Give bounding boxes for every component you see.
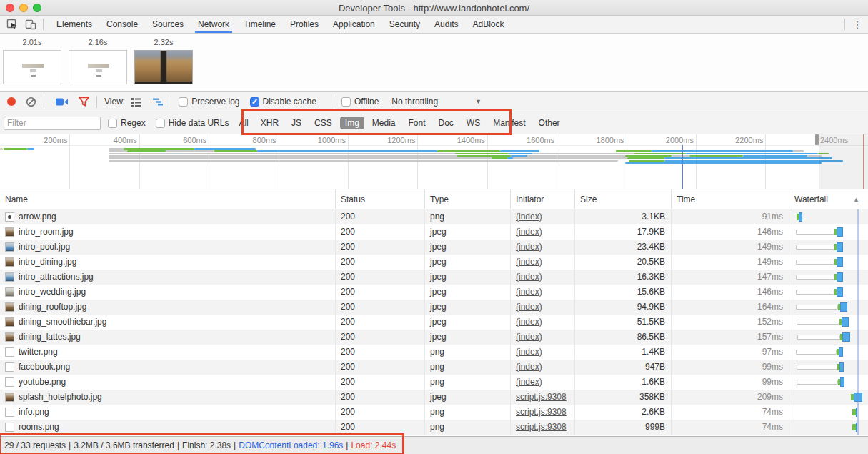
inspect-element-icon[interactable] bbox=[6, 19, 19, 31]
filter-type-ws[interactable]: WS bbox=[462, 117, 485, 129]
request-row[interactable]: intro_pool.jpg200jpeg(index)23.4KB149ms bbox=[0, 240, 868, 255]
kebab-menu-icon[interactable]: ⋮ bbox=[852, 23, 862, 26]
initiator-link[interactable]: (index) bbox=[516, 347, 542, 357]
request-row[interactable]: intro_wedding.jpg200jpeg(index)15.6KB146… bbox=[0, 285, 868, 300]
initiator-link[interactable]: (index) bbox=[516, 257, 542, 267]
filter-type-other[interactable]: Other bbox=[534, 117, 565, 129]
request-row[interactable]: youtube.png200png(index)1.6KB99ms bbox=[0, 375, 868, 390]
initiator-link[interactable]: script.js:9308 bbox=[516, 422, 567, 432]
view-waterfall-icon[interactable] bbox=[152, 97, 164, 107]
request-row[interactable]: dining_smoothiebar.jpg200jpeg(index)51.5… bbox=[0, 315, 868, 330]
overview-waterfall-bar bbox=[214, 150, 257, 152]
offline-checkbox[interactable] bbox=[341, 97, 351, 107]
waterfall-download-bar bbox=[840, 302, 847, 312]
column-header-time[interactable]: Time bbox=[672, 189, 789, 209]
frame-thumbnail[interactable] bbox=[3, 50, 61, 84]
devtools-tab-bar: ElementsConsoleSourcesNetworkTimelinePro… bbox=[0, 16, 868, 34]
filter-type-xhr[interactable]: XHR bbox=[256, 117, 284, 129]
request-row[interactable]: splash_hotelphoto.jpg200jpegscript.js:93… bbox=[0, 390, 868, 405]
network-overview-timeline[interactable]: 200ms400ms600ms800ms1000ms1200ms1400ms16… bbox=[0, 134, 868, 189]
request-row[interactable]: info.png200pngscript.js:93082.6KB74ms bbox=[0, 405, 868, 420]
devtools-menu[interactable]: ⋮ bbox=[844, 19, 862, 30]
column-header-size[interactable]: Size bbox=[575, 189, 672, 209]
request-row[interactable]: intro_room.jpg200jpeg(index)17.9KB146ms bbox=[0, 224, 868, 240]
filter-funnel-icon[interactable] bbox=[79, 97, 89, 107]
tab-network[interactable]: Network bbox=[191, 16, 236, 33]
filter-type-all[interactable]: All bbox=[239, 118, 248, 128]
column-header-status[interactable]: Status bbox=[336, 189, 425, 209]
tab-sources[interactable]: Sources bbox=[145, 16, 191, 33]
initiator-link[interactable]: (index) bbox=[516, 332, 542, 342]
initiator-link[interactable]: (index) bbox=[516, 242, 542, 252]
initiator-link[interactable]: (index) bbox=[516, 377, 542, 387]
network-toolbar: View: Preserve log Disable cache Offline… bbox=[0, 92, 868, 112]
filter-type-media[interactable]: Media bbox=[367, 117, 401, 129]
tab-profiles[interactable]: Profiles bbox=[283, 16, 326, 33]
initiator-link[interactable]: (index) bbox=[516, 317, 542, 327]
initiator-link[interactable]: (index) bbox=[516, 302, 542, 312]
column-header-waterfall[interactable]: Waterfall▲ bbox=[789, 189, 868, 209]
file-thumbnail-icon bbox=[5, 408, 14, 417]
hide-data-urls-checkbox[interactable] bbox=[156, 119, 165, 128]
column-header-initiator[interactable]: Initiator bbox=[511, 189, 575, 209]
overview-drag-handle[interactable] bbox=[815, 134, 819, 145]
chevron-down-icon[interactable]: ▼ bbox=[475, 98, 482, 105]
summary-separator: | bbox=[174, 440, 182, 450]
initiator-link[interactable]: (index) bbox=[516, 362, 542, 372]
overview-waterfall-bar bbox=[455, 153, 509, 155]
filter-type-js[interactable]: JS bbox=[286, 117, 306, 129]
tab-elements[interactable]: Elements bbox=[49, 16, 99, 33]
column-header-name[interactable]: Name bbox=[0, 189, 336, 209]
initiator-link[interactable]: (index) bbox=[516, 227, 542, 237]
initiator-link[interactable]: script.js:9308 bbox=[516, 407, 567, 417]
request-row[interactable]: facebook.png200png(index)947B99ms bbox=[0, 360, 868, 375]
initiator-cell: script.js:9308 bbox=[511, 390, 575, 405]
timeline-tick-label: 2000ms bbox=[642, 136, 694, 144]
filter-type-img[interactable]: Img bbox=[340, 117, 364, 129]
capture-screenshots-icon[interactable] bbox=[56, 97, 69, 107]
filter-type-manifest[interactable]: Manifest bbox=[488, 117, 530, 129]
request-row[interactable]: dining_rooftop.jpg200jpeg(index)94.9KB16… bbox=[0, 300, 868, 315]
device-toolbar-icon[interactable] bbox=[24, 19, 37, 31]
request-row[interactable]: twitter.png200png(index)1.4KB97ms bbox=[0, 345, 868, 360]
tab-console[interactable]: Console bbox=[99, 16, 145, 33]
hide-data-urls-label: Hide data URLs bbox=[169, 118, 229, 128]
tab-security[interactable]: Security bbox=[382, 16, 427, 33]
throttling-select[interactable]: No throttling bbox=[391, 97, 438, 107]
record-network-log-button[interactable] bbox=[7, 97, 16, 106]
request-row[interactable]: rooms.png200pngscript.js:9308999B74ms bbox=[0, 420, 868, 435]
filter-input[interactable] bbox=[4, 117, 101, 130]
request-row[interactable]: intro_dining.jpg200jpeg(index)20.5KB149m… bbox=[0, 255, 868, 270]
request-row[interactable]: arrow.png200png(index)3.1KB91ms bbox=[0, 209, 868, 224]
tab-audits[interactable]: Audits bbox=[427, 16, 465, 33]
filter-type-doc[interactable]: Doc bbox=[434, 117, 459, 129]
tab-application[interactable]: Application bbox=[326, 16, 382, 33]
filter-type-font[interactable]: Font bbox=[404, 117, 431, 129]
regex-checkbox[interactable] bbox=[108, 119, 117, 128]
waterfall-waiting-bar bbox=[797, 365, 837, 370]
sort-ascending-icon[interactable]: ▲ bbox=[853, 189, 859, 209]
disable-cache-checkbox[interactable] bbox=[250, 97, 259, 107]
network-summary-bar: 29 / 33 requests|3.2MB / 3.6MB transferr… bbox=[0, 436, 868, 454]
initiator-link[interactable]: script.js:9308 bbox=[516, 392, 567, 402]
initiator-link[interactable]: (index) bbox=[516, 287, 542, 297]
frame-thumbnail[interactable] bbox=[69, 50, 127, 84]
overview-waterfall-bar bbox=[109, 150, 127, 152]
request-row[interactable]: intro_attractions.jpg200jpeg(index)16.3K… bbox=[0, 270, 868, 285]
size-cell: 16.3KB bbox=[575, 270, 672, 285]
initiator-link[interactable]: (index) bbox=[516, 272, 542, 282]
frame-thumbnail[interactable] bbox=[134, 50, 193, 84]
view-list-icon[interactable] bbox=[131, 97, 142, 107]
filter-type-css[interactable]: CSS bbox=[309, 117, 337, 129]
initiator-link[interactable]: (index) bbox=[516, 212, 542, 222]
clear-network-log-icon[interactable] bbox=[26, 97, 36, 107]
tab-timeline[interactable]: Timeline bbox=[236, 16, 283, 33]
frame-timestamp: 2.32s bbox=[134, 38, 193, 46]
tab-adblock[interactable]: AdBlock bbox=[465, 16, 511, 33]
waterfall-download-bar bbox=[842, 332, 850, 342]
preserve-log-checkbox[interactable] bbox=[179, 97, 188, 107]
name-cell: facebook.png bbox=[0, 360, 336, 375]
waterfall-cell bbox=[789, 405, 868, 420]
column-header-type[interactable]: Type bbox=[425, 189, 511, 209]
request-row[interactable]: dining_lattes.jpg200jpeg(index)86.5KB157… bbox=[0, 330, 868, 345]
